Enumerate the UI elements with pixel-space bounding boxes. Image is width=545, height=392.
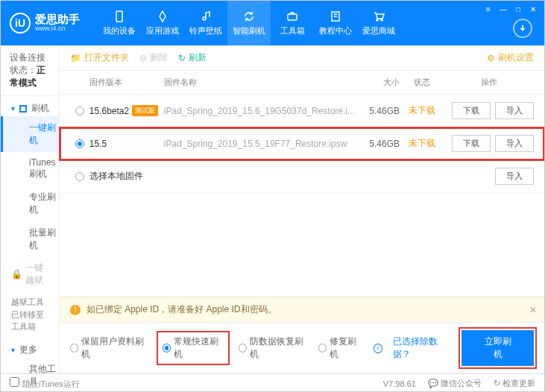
sidebar-flash-section[interactable]: ▾ 刷机 bbox=[1, 96, 59, 116]
opt-repair[interactable]: 修复刷机 bbox=[318, 335, 363, 361]
book-icon bbox=[329, 10, 342, 23]
download-manager-button[interactable] bbox=[513, 19, 532, 38]
firmware-row[interactable]: 15.5 iPad_Spring_2019_15.5_19F77_Restore… bbox=[60, 127, 544, 160]
exclude-data-link[interactable]: 已选择除数据？ bbox=[393, 335, 451, 361]
flash-settings-button[interactable]: ⚙刷机设置 bbox=[487, 51, 534, 64]
flash-options: 保留用户资料刷机 常规快速刷机 防数据恢复刷机 修复刷机 i 已选择除数据？ 立… bbox=[60, 322, 544, 373]
svg-rect-0 bbox=[116, 11, 122, 22]
open-folder-button[interactable]: 📁打开文件夹 bbox=[70, 51, 129, 64]
row-radio[interactable] bbox=[70, 139, 89, 148]
close-button[interactable]: ✕ bbox=[526, 4, 540, 14]
brand-name: 爱思助手 bbox=[35, 13, 80, 26]
opt-normal-flash[interactable]: 常规快速刷机 bbox=[158, 332, 228, 364]
row-radio[interactable] bbox=[70, 172, 89, 181]
sidebar-item-itunes[interactable]: iTunes刷机 bbox=[1, 152, 59, 186]
col-ops: 操作 bbox=[444, 77, 534, 88]
version-label: V7.98.61 bbox=[383, 379, 416, 388]
window-controls: ≡ — □ ✕ bbox=[482, 4, 540, 14]
firmware-row[interactable]: 15.6beta2测试版 iPad_Spring_2019_15.6_19G50… bbox=[60, 95, 544, 127]
flash-now-button[interactable]: 立即刷机 bbox=[461, 330, 534, 366]
nav-store[interactable]: 爱思商城 bbox=[357, 1, 400, 45]
refresh-icon bbox=[242, 10, 256, 23]
logo-icon: iU bbox=[10, 13, 31, 34]
folder-icon: 📁 bbox=[70, 53, 81, 63]
connection-status: 设备连接状态：正常模式 bbox=[1, 45, 59, 96]
import-button[interactable]: 导入 bbox=[495, 102, 534, 119]
opt-keep-data[interactable]: 保留用户资料刷机 bbox=[70, 335, 148, 361]
svg-rect-1 bbox=[288, 14, 297, 20]
minimize-button[interactable]: — bbox=[497, 4, 510, 14]
row-radio[interactable] bbox=[70, 107, 89, 116]
check-update-link[interactable]: ↻ 检查更新 bbox=[494, 378, 535, 389]
cart-icon bbox=[372, 10, 385, 23]
nav-ringtones[interactable]: 铃声壁纸 bbox=[184, 1, 227, 45]
app-icon bbox=[156, 10, 169, 23]
nav-tools[interactable]: 工具箱 bbox=[271, 1, 314, 45]
main-nav: 我的设备 应用游戏 铃声壁纸 智能刷机 工具箱 教程中心 爱思商城 bbox=[98, 1, 400, 45]
maximize-button[interactable]: □ bbox=[511, 4, 525, 14]
brand-logo: iU 爱思助手 www.i4.cn bbox=[10, 13, 80, 34]
svg-point-3 bbox=[377, 19, 378, 21]
info-icon[interactable]: i bbox=[374, 344, 382, 353]
refresh-icon: ↻ bbox=[178, 53, 186, 63]
warning-icon: ! bbox=[70, 305, 81, 315]
block-itunes-checkbox[interactable]: 阻止iTunes运行 bbox=[10, 377, 80, 390]
col-version: 固件版本 bbox=[89, 77, 164, 88]
main-content: 📁打开文件夹 ⊖删除 ↻刷新 ⚙刷机设置 固件版本 固件名称 大小 状态 操作 … bbox=[60, 45, 544, 373]
music-icon bbox=[199, 10, 212, 23]
delete-button: ⊖删除 bbox=[139, 51, 168, 64]
brand-url: www.i4.cn bbox=[35, 25, 80, 33]
close-warning-button[interactable]: ✕ bbox=[529, 305, 537, 315]
nav-apps[interactable]: 应用游戏 bbox=[141, 1, 184, 45]
svg-point-4 bbox=[381, 19, 382, 21]
wechat-icon: 💬 bbox=[428, 379, 438, 388]
col-name: 固件名称 bbox=[164, 77, 355, 88]
warning-bar: ! 如已绑定 Apple ID，请准备好 Apple ID和密码。 ✕ bbox=[60, 297, 544, 322]
status-bar: 阻止iTunes运行 V7.98.61 💬 微信公众号 ↻ 检查更新 bbox=[1, 373, 544, 392]
lock-icon: 🔒 bbox=[11, 269, 22, 279]
wechat-link[interactable]: 💬 微信公众号 bbox=[428, 378, 482, 389]
download-button[interactable]: 下载 bbox=[452, 135, 491, 152]
opt-antirecovery[interactable]: 防数据恢复刷机 bbox=[239, 335, 308, 361]
toolbar: 📁打开文件夹 ⊖删除 ↻刷新 ⚙刷机设置 bbox=[60, 45, 544, 71]
col-size: 大小 bbox=[355, 77, 400, 88]
chevron-down-icon: ▾ bbox=[11, 346, 15, 354]
nav-flash[interactable]: 智能刷机 bbox=[227, 1, 271, 45]
menu-button[interactable]: ≡ bbox=[482, 4, 495, 14]
jailbreak-note: 越狱工具已转移至工具箱 bbox=[1, 291, 59, 338]
chevron-down-icon: ▾ bbox=[11, 104, 15, 113]
flash-square-icon bbox=[19, 105, 27, 113]
import-button[interactable]: 导入 bbox=[495, 168, 534, 185]
refresh-button[interactable]: ↻刷新 bbox=[178, 51, 207, 64]
sidebar-more-section[interactable]: ▾ 更多 bbox=[1, 338, 59, 358]
beta-tag: 测试版 bbox=[132, 105, 158, 116]
local-firmware-row[interactable]: 选择本地固件 导入 bbox=[60, 160, 544, 193]
nav-my-device[interactable]: 我的设备 bbox=[98, 1, 141, 45]
import-button[interactable]: 导入 bbox=[495, 135, 534, 152]
sidebar-jailbreak-section: 🔒 一键越狱 bbox=[1, 257, 59, 291]
gear-icon: ⚙ bbox=[487, 53, 495, 63]
toolbox-icon bbox=[286, 10, 299, 23]
sidebar: 设备连接状态：正常模式 ▾ 刷机 一键刷机 iTunes刷机 专业刷机 批量刷机… bbox=[1, 45, 60, 373]
delete-icon: ⊖ bbox=[139, 53, 147, 63]
app-header: iU 爱思助手 www.i4.cn 我的设备 应用游戏 铃声壁纸 智能刷机 工具… bbox=[1, 1, 544, 45]
sidebar-item-oneclick[interactable]: 一键刷机 bbox=[1, 116, 59, 152]
col-state: 状态 bbox=[400, 77, 444, 88]
update-icon: ↻ bbox=[494, 379, 500, 388]
phone-icon bbox=[113, 10, 126, 23]
sidebar-item-pro[interactable]: 专业刷机 bbox=[1, 186, 59, 221]
nav-tutorial[interactable]: 教程中心 bbox=[314, 1, 357, 45]
download-button[interactable]: 下载 bbox=[452, 102, 491, 119]
list-header: 固件版本 固件名称 大小 状态 操作 bbox=[60, 71, 544, 95]
sidebar-item-batch[interactable]: 批量刷机 bbox=[1, 221, 59, 257]
